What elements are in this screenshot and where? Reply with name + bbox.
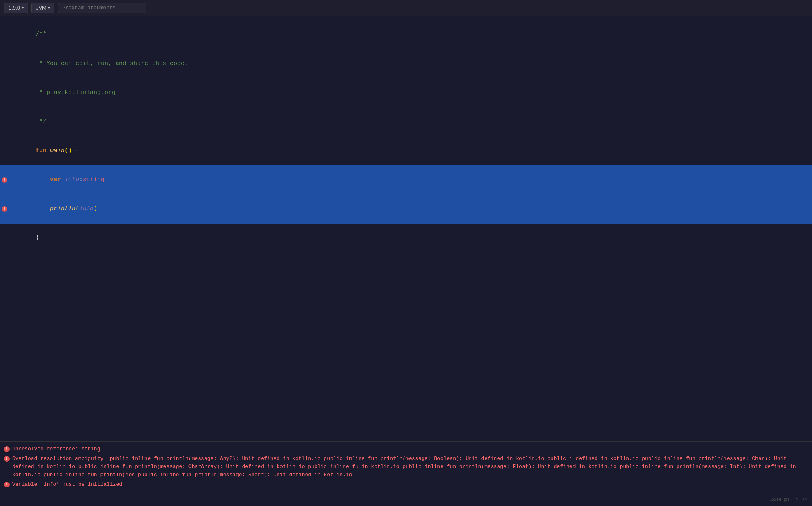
line-content-5: fun main() { xyxy=(10,136,812,165)
type-string-error: string xyxy=(83,176,105,183)
program-args-input[interactable] xyxy=(58,3,146,13)
error-item-1: ! Unresolved reference: string xyxy=(4,445,808,453)
line-content-2: * You can edit, run, and share this code… xyxy=(10,49,812,78)
paren-open: ( xyxy=(75,205,79,212)
gutter-7: ! xyxy=(0,194,10,224)
code-comment: * play.kotlinlang.org xyxy=(36,89,115,96)
jvm-label: JVM xyxy=(36,5,46,11)
paren-open: ( xyxy=(65,147,68,154)
version-arrow: ▾ xyxy=(22,6,24,10)
line-content-1: /** xyxy=(10,20,812,49)
line-content-6: var info:string xyxy=(10,165,812,194)
code-comment: * You can edit, run, and share this code… xyxy=(36,60,188,67)
keyword-fun: fun xyxy=(36,147,50,154)
println-call: println xyxy=(36,205,75,212)
brace-open: { xyxy=(75,147,79,154)
watermark-text: CSDN @ll_j_24 xyxy=(769,497,807,503)
code-comment: */ xyxy=(36,118,46,125)
line-content-7: println(info) xyxy=(10,194,812,224)
error-text-1: Unresolved reference: string xyxy=(12,445,100,453)
code-editor: /** * You can edit, run, and share this … xyxy=(0,16,812,441)
function-name: main xyxy=(50,147,65,154)
error-indicator-7: ! xyxy=(2,206,7,212)
code-line-8: } xyxy=(0,224,812,253)
error-indicator-6: ! xyxy=(2,177,7,183)
jvm-arrow: ▾ xyxy=(48,6,50,10)
error-item-3: ! Variable 'info' must be initialized xyxy=(4,481,808,489)
error-item-2: ! Overload resolution ambiguity: public … xyxy=(4,455,808,479)
code-line-3: * play.kotlinlang.org xyxy=(0,78,812,107)
version-dropdown[interactable]: 1.9.0 ▾ xyxy=(4,3,28,13)
keyword-var: var xyxy=(36,176,65,183)
gutter-2 xyxy=(0,49,10,78)
gutter-3 xyxy=(0,78,10,107)
paren-close: ) xyxy=(68,147,72,154)
code-line-1: /** xyxy=(0,20,812,49)
code-line-6: ! var info:string xyxy=(0,165,812,194)
line-content-4: */ xyxy=(10,107,812,136)
gutter-1 xyxy=(0,20,10,49)
jvm-dropdown[interactable]: JVM ▾ xyxy=(31,3,54,13)
colon: : xyxy=(79,176,83,183)
watermark: CSDN @ll_j_24 xyxy=(769,497,807,503)
paren-close: ) xyxy=(94,205,97,212)
code-line-4: */ xyxy=(0,107,812,136)
code-line-5: fun main() { xyxy=(0,136,812,165)
gutter-4 xyxy=(0,107,10,136)
gutter-8 xyxy=(0,224,10,253)
space xyxy=(72,147,75,154)
error-bullet-3: ! xyxy=(4,482,10,487)
gutter-5 xyxy=(0,136,10,165)
code-comment: /** xyxy=(36,31,46,38)
brace-close: } xyxy=(36,234,39,241)
code-line-2: * You can edit, run, and share this code… xyxy=(0,49,812,78)
toolbar: 1.9.0 ▾ JVM ▾ xyxy=(0,0,812,16)
gutter-6: ! xyxy=(0,165,10,194)
line-content-8: } xyxy=(10,224,812,253)
code-line-7: ! println(info) xyxy=(0,194,812,224)
version-label: 1.9.0 xyxy=(8,5,20,11)
line-content-3: * play.kotlinlang.org xyxy=(10,78,812,107)
var-info: info xyxy=(79,205,94,212)
var-name: info xyxy=(65,176,79,183)
error-text-2: Overload resolution ambiguity: public in… xyxy=(12,455,808,479)
error-bullet-2: ! xyxy=(4,456,10,462)
error-panel: ! Unresolved reference: string ! Overloa… xyxy=(0,441,812,506)
error-text-3: Variable 'info' must be initialized xyxy=(12,481,122,489)
error-bullet-1: ! xyxy=(4,446,10,452)
